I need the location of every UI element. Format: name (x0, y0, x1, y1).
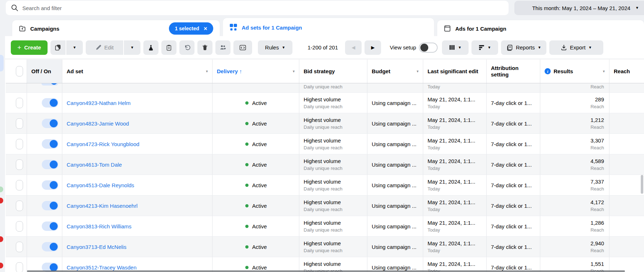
attribution-value: 7-day click or 1... (491, 264, 536, 271)
columns-button[interactable]: ▼ (442, 40, 469, 55)
chevron-down-icon[interactable]: ▼ (292, 68, 295, 75)
ad-set-link[interactable]: Canyon4513-Dale Reynolds (67, 181, 209, 189)
ad-set-link[interactable]: Canyon3512-Tracey Wasden (67, 264, 209, 271)
on-off-toggle[interactable] (42, 119, 58, 128)
bid-strategy-sub: Daily unique reach (304, 165, 363, 172)
chevron-down-icon[interactable]: ▼ (416, 68, 419, 75)
header-results[interactable]: iResults ▼ (540, 60, 609, 83)
results-value: 2,940 (590, 240, 604, 247)
bid-strategy: Highest volume (304, 137, 363, 144)
results-sub: Reach (590, 144, 604, 151)
row-checkbox[interactable] (16, 242, 23, 252)
row-checkbox[interactable] (16, 118, 23, 129)
header-select-all (6, 60, 27, 83)
ad-set-link[interactable]: Canyon4823-Jamie Wood (67, 120, 209, 127)
table-row: Canyon4213-Kim Hasenoehrl Active Highest… (6, 196, 644, 216)
close-icon[interactable]: ✕ (204, 26, 207, 31)
active-status-icon (245, 122, 249, 125)
row-delivery-cell: Active (213, 196, 299, 216)
header-attribution[interactable]: Attribution setting (487, 60, 540, 83)
search-bar[interactable]: Search and filter (6, 1, 509, 15)
ad-set-link[interactable]: Canyon3813-Rich Williams (67, 223, 209, 230)
on-off-toggle[interactable] (42, 180, 58, 190)
on-off-toggle[interactable] (42, 139, 58, 149)
budget-value: Using campaign ... (372, 99, 419, 107)
info-icon[interactable]: i (545, 68, 551, 74)
horizontal-scrollbar[interactable] (27, 271, 625, 272)
tab-campaigns[interactable]: Campaigns 1 selected ✕ (12, 20, 220, 37)
header-last-edit[interactable]: Last significant edit (423, 60, 487, 83)
chevron-down-icon: ▼ (538, 46, 541, 49)
chevron-down-icon[interactable]: ▼ (205, 68, 209, 75)
rules-button[interactable]: Rules ▼ (258, 40, 292, 55)
row-checkbox[interactable] (16, 180, 23, 190)
chevron-down-icon[interactable]: ▼ (602, 68, 605, 75)
view-setup-label: View setup (390, 44, 416, 51)
ad-set-link[interactable]: Canyon3713-Ed McNelis (67, 243, 209, 251)
chevron-down-icon: ▼ (458, 46, 461, 49)
row-checkbox[interactable] (16, 159, 23, 170)
header-ad-set[interactable]: Ad set ▼ (62, 60, 213, 83)
breakdown-icon (479, 45, 484, 50)
header-reach[interactable]: Reach (609, 60, 644, 83)
create-button[interactable]: + Create (11, 40, 48, 55)
row-checkbox[interactable] (16, 262, 23, 272)
ad-set-link[interactable]: Canyon4613-Tom Dale (67, 161, 209, 168)
header-delivery[interactable]: Delivery ↑ ▼ (213, 60, 299, 83)
edit-button[interactable]: Edit (86, 40, 123, 55)
ad-set-link[interactable]: Canyon4723-Rick Youngblood (67, 140, 209, 148)
edit-menu-button[interactable]: ▼ (124, 40, 140, 55)
on-off-toggle[interactable] (41, 83, 58, 85)
breakdown-button[interactable]: ▼ (471, 40, 498, 55)
row-results-cell: 3,307Reach (540, 134, 609, 154)
reports-button[interactable]: Reports ▼ (501, 40, 546, 55)
next-page-button[interactable]: ▶ (365, 40, 381, 55)
ad-set-link[interactable]: Canyon4923-Nathan Helm (67, 99, 209, 107)
ab-test-button[interactable] (143, 40, 158, 55)
on-off-toggle[interactable] (42, 201, 58, 210)
audience-button[interactable] (215, 40, 231, 55)
row-checkbox[interactable] (16, 98, 23, 108)
row-attribution-cell: 7-day click or 1... (487, 154, 540, 175)
on-off-toggle[interactable] (42, 242, 58, 251)
tab-ads[interactable]: Ads for 1 Campaign (437, 20, 644, 37)
active-status-icon (245, 163, 249, 166)
row-reach-cell (609, 196, 644, 216)
attribution-value: 7-day click or 1... (491, 140, 536, 148)
duplicate-menu-button[interactable]: ▼ (66, 40, 83, 55)
chevron-down-icon: ▼ (282, 46, 285, 49)
row-budget-cell: Using campaign ... (367, 113, 423, 133)
view-setup-toggle[interactable] (419, 43, 438, 53)
row-toggle-cell (27, 196, 62, 216)
bid-strategy-sub: Daily unique reach (304, 247, 363, 254)
table-row: Canyon4513-Dale Reynolds Active Highest … (6, 175, 644, 196)
ad-set-link[interactable]: Canyon4213-Kim Hasenoehrl (67, 202, 209, 210)
last-edit-value: May 21, 2024, 1:1... (428, 96, 483, 103)
tab-ads-label: Ads for 1 Campaign (455, 26, 506, 32)
header-bid-strategy[interactable]: Bid strategy (299, 60, 367, 83)
duplicate-button[interactable] (50, 40, 66, 55)
clipboard-button[interactable] (161, 40, 176, 55)
on-off-toggle[interactable] (42, 221, 58, 231)
ads-frame-icon (444, 25, 451, 32)
vertical-scrollbar[interactable] (641, 175, 643, 194)
header-budget[interactable]: Budget ▼ (367, 60, 423, 83)
selected-filter-pill[interactable]: 1 selected ✕ (169, 22, 213, 35)
partial-table-row: Daily unique reach Today Reach (6, 83, 644, 93)
select-all-checkbox[interactable] (16, 66, 23, 76)
delete-button[interactable] (197, 40, 213, 55)
flask-icon (148, 44, 154, 51)
row-attribution-cell: 7-day click or 1... (487, 134, 540, 154)
on-off-toggle[interactable] (42, 160, 58, 169)
undo-button[interactable] (179, 40, 194, 55)
columns-icon (449, 45, 455, 50)
date-range-picker[interactable]: This month: May 1, 2024 – May 21, 2024 ▼ (514, 1, 644, 15)
row-checkbox[interactable] (16, 221, 23, 232)
tab-ad-sets[interactable]: Ad sets for 1 Campaign (223, 18, 434, 37)
on-off-toggle[interactable] (42, 98, 58, 108)
prev-page-button[interactable]: ◀ (345, 40, 362, 55)
export-button[interactable]: Export ▼ (549, 40, 603, 55)
preview-toggle-button[interactable] (233, 40, 252, 55)
row-checkbox[interactable] (16, 139, 23, 149)
row-checkbox[interactable] (16, 201, 23, 211)
